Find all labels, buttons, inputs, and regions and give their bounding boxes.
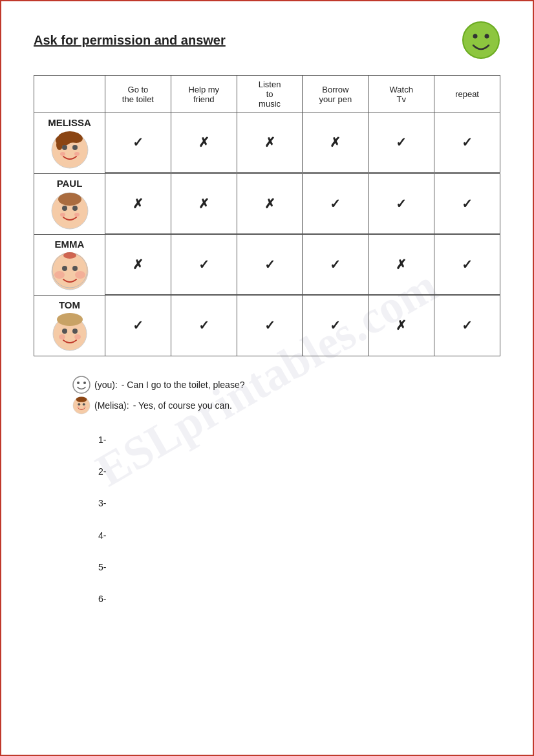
paul-repeat: ✓ (434, 174, 500, 234)
paul-go-toilet: ✗ (105, 174, 171, 234)
melissa-go-toilet: ✓ (105, 113, 171, 173)
example-line-melisa: (Melisa): - Yes, of course you can. (72, 396, 500, 415)
emma-help-friend: ✓ (171, 235, 237, 295)
example-you-label: (you): (94, 376, 118, 394)
melissa-listen-music: ✗ (237, 113, 303, 173)
page-header: Ask for permission and answer (34, 21, 500, 59)
melissa-face-icon (50, 131, 89, 169)
svg-point-26 (63, 252, 76, 259)
melissa-help-friend: ✗ (171, 113, 237, 173)
table-header-help-friend: Help myfriend (171, 76, 237, 113)
example-section: (you): - Can I go to the toilet, please?… (72, 376, 500, 415)
table-row-tom: TOM ✓ ✓ ✓ ✓ ✗ ✓ (34, 296, 500, 356)
svg-point-16 (60, 213, 65, 217)
svg-point-15 (72, 206, 78, 211)
exercise-list: 1- 2- 3- 4- 5- 6- (98, 427, 500, 612)
svg-point-0 (463, 22, 499, 58)
tom-label-cell: TOM (34, 296, 105, 356)
svg-point-38 (78, 403, 80, 405)
emma-watch-tv: ✗ (368, 235, 434, 295)
paul-label-cell: PAUL (34, 174, 105, 235)
emma-repeat: ✓ (434, 235, 500, 295)
svg-point-7 (56, 140, 63, 150)
tom-face-icon (50, 313, 89, 352)
exercise-item-4: 4- (98, 523, 500, 548)
svg-point-11 (74, 152, 80, 156)
example-melisa-label: (Melisa): (94, 396, 129, 415)
emma-label-cell: EMMA (34, 235, 105, 296)
page-title: Ask for permission and answer (34, 33, 462, 48)
exercise-item-3: 3- (98, 491, 500, 516)
paul-help-friend: ✗ (171, 174, 237, 234)
paul-watch-tv: ✓ (368, 174, 434, 234)
svg-point-25 (72, 266, 78, 271)
example-line-you: (you): - Can I go to the toilet, please? (72, 376, 500, 394)
svg-point-35 (83, 382, 86, 384)
svg-point-33 (73, 376, 90, 393)
svg-point-29 (62, 329, 67, 334)
melissa-small-icon (72, 396, 91, 415)
svg-point-13 (58, 193, 81, 206)
table-header-go-toilet: Go tothe toilet (105, 76, 171, 113)
svg-point-37 (76, 396, 87, 402)
emma-face-icon (50, 252, 89, 291)
tom-repeat: ✓ (434, 296, 500, 356)
svg-point-22 (54, 271, 65, 279)
smiley-icon (462, 21, 500, 59)
exercise-item-2: 2- (98, 459, 500, 484)
table-header-listen-music: Listentomusic (237, 76, 303, 113)
exercise-item-6: 6- (98, 587, 500, 612)
table-header-repeat: repeat (434, 76, 500, 113)
tom-go-toilet: ✓ (105, 296, 171, 356)
example-melisa-text: - Yes, of course you can. (133, 396, 232, 415)
svg-point-28 (57, 313, 83, 326)
svg-point-10 (60, 152, 65, 156)
melissa-label-cell: MELISSA (34, 113, 105, 174)
tom-watch-tv: ✗ (368, 296, 434, 356)
table-header-empty (34, 76, 105, 113)
tom-help-friend: ✓ (171, 296, 237, 356)
svg-point-32 (74, 334, 81, 340)
table-row: MELISSA ✓ ✗ (34, 113, 500, 173)
svg-point-40 (77, 406, 80, 408)
svg-point-17 (74, 213, 80, 217)
tom-listen-music: ✓ (237, 296, 303, 356)
exercise-item-1: 1- (98, 427, 500, 453)
svg-point-14 (62, 206, 67, 211)
svg-point-8 (62, 145, 67, 150)
svg-point-2 (485, 34, 489, 39)
table-row-paul: PAUL ✗ ✗ ✗ ✓ ✓ ✓ (34, 174, 500, 234)
paul-listen-music: ✗ (237, 174, 303, 234)
svg-point-1 (473, 34, 478, 39)
melissa-watch-tv: ✓ (368, 113, 434, 173)
svg-point-23 (75, 271, 85, 279)
paul-face-icon (50, 191, 89, 230)
you-smiley-icon (72, 376, 91, 394)
svg-point-30 (72, 329, 78, 334)
table-row-emma: EMMA (34, 235, 500, 295)
svg-point-31 (59, 334, 65, 340)
svg-point-9 (72, 145, 78, 150)
emma-listen-music: ✓ (237, 235, 303, 295)
permission-table: Go tothe toilet Help myfriend Listentomu… (34, 75, 500, 356)
table-header-borrow-pen: Borrowyour pen (303, 76, 368, 113)
emma-go-toilet: ✗ (105, 235, 171, 295)
svg-point-24 (62, 266, 67, 271)
table-header-watch-tv: WatchTv (368, 76, 434, 113)
svg-point-39 (83, 403, 85, 405)
example-you-text: - Can I go to the toilet, please? (122, 376, 245, 394)
svg-point-41 (83, 406, 86, 408)
paul-borrow-pen: ✓ (303, 174, 368, 234)
emma-borrow-pen: ✓ (303, 235, 368, 295)
svg-point-34 (77, 382, 80, 384)
exercise-item-5: 5- (98, 555, 500, 580)
melissa-repeat: ✓ (434, 113, 500, 173)
melissa-borrow-pen: ✗ (303, 113, 368, 173)
tom-borrow-pen: ✓ (303, 296, 368, 356)
